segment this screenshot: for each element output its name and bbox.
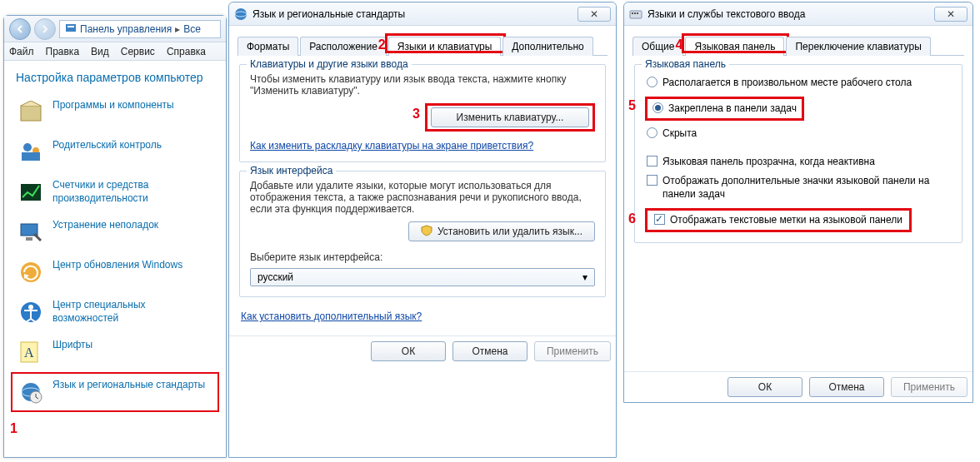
dialog-body: Форматы Расположение Языки и клавиатуры … (229, 26, 616, 335)
text-services-dialog: Языки и службы текстового ввода ✕ Общие … (623, 2, 973, 403)
menu-view[interactable]: Вид (91, 46, 109, 57)
groupbox-legend: Клавиатуры и другие языки ввода (247, 58, 412, 70)
close-button[interactable]: ✕ (934, 7, 968, 22)
checkbox-icon (654, 214, 665, 225)
ok-button[interactable]: ОК (371, 341, 446, 361)
svg-point-11 (28, 305, 33, 310)
tab-hotkeys[interactable]: Переключение клавиатуры (786, 37, 930, 56)
cp-item-programs[interactable]: Программы и компоненты (11, 92, 219, 132)
menu-edit[interactable]: Правка (46, 46, 80, 57)
people-icon (18, 139, 44, 166)
address-bar[interactable]: Панель управления ▸ Все (59, 20, 221, 38)
apply-button[interactable]: Применить (891, 377, 968, 397)
close-button[interactable]: ✕ (578, 7, 611, 22)
svg-rect-8 (26, 237, 32, 241)
check-transparent[interactable]: Языковая панель прозрачна, когда неактив… (645, 152, 952, 172)
dialog-title: Язык и региональные стандарты (252, 8, 578, 20)
check-label: Отображать дополнительные значки языково… (662, 175, 938, 201)
nav-back-button[interactable] (9, 18, 31, 40)
nav-bar: Панель управления ▸ Все (4, 16, 226, 42)
titlebar: Языки и службы текстового ввода ✕ (624, 2, 972, 26)
radio-label: Располагается в произвольном месте рабоч… (662, 77, 912, 90)
svg-rect-5 (22, 152, 40, 161)
radio-floating[interactable]: Располагается в произвольном месте рабоч… (645, 73, 952, 93)
tab-language-bar[interactable]: Языковая панель (685, 37, 784, 56)
svg-text:A: A (24, 345, 34, 360)
check-text-labels[interactable]: Отображать текстовые метки на языковой п… (652, 212, 904, 229)
svg-rect-22 (637, 12, 638, 14)
dialog-button-row: ОК Отмена Применить (624, 371, 972, 402)
annotation-marker-6: 6 (628, 211, 636, 226)
radio-icon (652, 102, 663, 113)
ui-language-combo[interactable]: русский ▾ (250, 268, 595, 286)
checkbox-icon (647, 156, 658, 166)
cp-item-perf[interactable]: Счетчики и средства производительности (11, 172, 219, 212)
globe-clock-icon (18, 379, 44, 405)
cp-item-troubleshoot[interactable]: Устранение неполадок (11, 212, 219, 252)
cancel-button[interactable]: Отмена (809, 377, 884, 397)
svg-rect-0 (66, 24, 76, 32)
titlebar: Язык и региональные стандарты ✕ (229, 2, 616, 26)
tab-strip: Форматы Расположение Языки и клавиатуры … (238, 36, 608, 56)
monitor-wrench-icon (18, 219, 44, 246)
radio-docked[interactable]: Закреплена в панели задач (651, 101, 798, 117)
radio-icon (647, 77, 658, 87)
cp-item-label: Родительский контроль (52, 139, 162, 152)
cancel-button[interactable]: Отмена (452, 341, 528, 361)
cp-item-label: Программы и компоненты (52, 99, 174, 112)
groupbox-legend: Языковая панель (642, 58, 729, 70)
svg-rect-2 (21, 106, 41, 121)
tab-keyboards-languages[interactable]: Языки и клавиатуры (388, 37, 501, 56)
dialog-body: Общие Языковая панель 4 Переключение кла… (624, 26, 972, 256)
shield-icon (65, 22, 77, 36)
tab-advanced[interactable]: Дополнительно (502, 37, 592, 56)
cp-item-update[interactable]: Центр обновления Windows (11, 252, 219, 292)
svg-rect-20 (632, 12, 633, 14)
nav-forward-button[interactable] (34, 18, 56, 40)
groupbox-text: Чтобы изменить клавиатуру или язык ввода… (250, 73, 595, 97)
cp-item-region[interactable]: Язык и региональные стандарты (11, 372, 219, 412)
cp-item-accessibility[interactable]: Центр специальных возможностей (11, 292, 219, 332)
chart-icon (18, 179, 44, 206)
button-label: Установить или удалить язык... (438, 226, 582, 237)
cp-item-label: Шрифты (52, 339, 92, 352)
cp-item-parental[interactable]: Родительский контроль (11, 132, 219, 172)
ok-button[interactable]: ОК (728, 377, 802, 397)
radio-hidden[interactable]: Скрыта (645, 124, 952, 144)
globe-icon (234, 7, 248, 21)
tab-formats[interactable]: Форматы (238, 37, 298, 56)
menu-help[interactable]: Справка (167, 46, 206, 57)
shield-icon (421, 225, 432, 239)
annotation-box-5: Закреплена в панели задач (645, 97, 804, 122)
menu-tools[interactable]: Сервис (121, 46, 155, 57)
breadcrumb-part2: Все (183, 23, 201, 35)
breadcrumb-part1: Панель управления (80, 23, 172, 35)
link-welcome-screen-layout[interactable]: Как изменить раскладку клавиатуры на экр… (250, 140, 533, 152)
install-language-button[interactable]: Установить или удалить язык... (408, 221, 595, 241)
radio-icon (647, 127, 658, 138)
region-language-dialog: Язык и региональные стандарты ✕ Форматы … (228, 2, 617, 458)
svg-point-17 (235, 8, 247, 20)
change-keyboard-button[interactable]: Изменить клавиатуру... (431, 107, 589, 127)
cp-item-label: Язык и региональные стандарты (52, 379, 205, 392)
tab-location[interactable]: Расположение (300, 37, 387, 56)
cp-item-label: Центр специальных возможностей (52, 299, 211, 325)
radio-label: Закреплена в панели задач (668, 102, 797, 116)
language-bar-groupbox: Языковая панель Располагается в произвол… (634, 64, 962, 243)
dialog-button-row: ОК Отмена Применить (229, 335, 616, 366)
checkbox-icon (647, 175, 658, 186)
menu-file[interactable]: Файл (9, 46, 34, 57)
dialog-title: Языки и службы текстового ввода (648, 8, 934, 20)
display-language-groupbox: Язык интерфейса Добавьте или удалите язы… (239, 171, 606, 297)
svg-point-3 (23, 143, 32, 152)
apply-button[interactable]: Применить (534, 341, 611, 361)
cp-item-fonts[interactable]: A Шрифты (11, 332, 219, 372)
annotation-marker-2: 2 (378, 37, 386, 52)
check-extra-icons[interactable]: Отображать дополнительные значки языково… (645, 171, 952, 204)
combo-label: Выберите язык интерфейса: (250, 251, 595, 263)
svg-rect-21 (634, 12, 636, 14)
annotation-box-3: Изменить клавиатуру... (425, 103, 595, 132)
link-install-additional-language[interactable]: Как установить дополнительный язык? (241, 310, 422, 322)
annotation-box-6: Отображать текстовые метки на языковой п… (645, 208, 912, 233)
cp-item-label: Устранение неполадок (52, 219, 158, 232)
